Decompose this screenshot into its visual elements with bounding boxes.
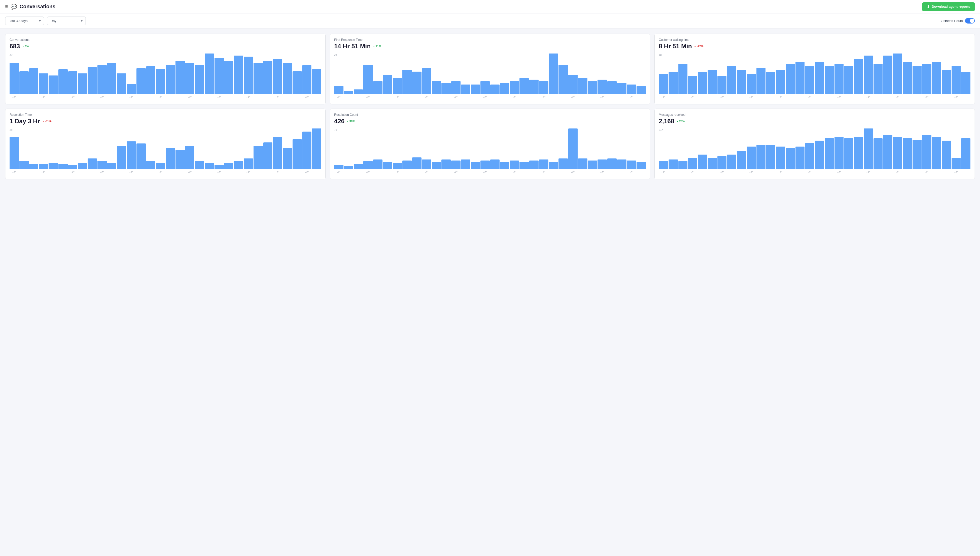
bar-14[interactable] bbox=[471, 84, 480, 94]
bar-20[interactable] bbox=[854, 137, 863, 169]
bar-5[interactable] bbox=[58, 69, 68, 94]
bar-27[interactable] bbox=[273, 137, 282, 169]
bar-4[interactable] bbox=[48, 76, 58, 94]
bar-25[interactable] bbox=[903, 138, 912, 169]
bar-7[interactable] bbox=[402, 70, 412, 94]
bar-11[interactable] bbox=[441, 160, 451, 169]
bar-8[interactable] bbox=[412, 71, 421, 94]
bar-6[interactable] bbox=[717, 76, 727, 94]
bar-22[interactable] bbox=[873, 64, 883, 95]
bar-23[interactable] bbox=[559, 65, 568, 94]
bar-8[interactable] bbox=[87, 67, 97, 94]
bar-22[interactable] bbox=[873, 138, 883, 169]
bar-30[interactable] bbox=[952, 66, 961, 94]
bar-27[interactable] bbox=[922, 64, 932, 95]
bar-21[interactable] bbox=[539, 160, 548, 169]
bar-20[interactable] bbox=[529, 160, 539, 169]
bar-22[interactable] bbox=[549, 53, 558, 94]
bar-14[interactable] bbox=[146, 66, 156, 94]
bar-25[interactable] bbox=[253, 146, 263, 169]
bar-16[interactable] bbox=[815, 62, 824, 94]
bar-0[interactable] bbox=[334, 165, 344, 169]
bar-28[interactable] bbox=[607, 81, 617, 94]
bar-17[interactable] bbox=[176, 61, 185, 94]
bar-29[interactable] bbox=[942, 70, 951, 94]
bar-5[interactable] bbox=[707, 70, 717, 94]
bar-17[interactable] bbox=[176, 150, 185, 169]
grouping-select[interactable]: Day Hour Week Month bbox=[47, 16, 86, 25]
bar-6[interactable] bbox=[393, 163, 402, 169]
bar-20[interactable] bbox=[529, 79, 539, 94]
bar-1[interactable] bbox=[19, 71, 29, 94]
bar-7[interactable] bbox=[78, 163, 87, 169]
bar-7[interactable] bbox=[727, 66, 736, 94]
bar-10[interactable] bbox=[756, 145, 766, 169]
bar-21[interactable] bbox=[215, 165, 224, 169]
bar-1[interactable] bbox=[19, 161, 29, 169]
bar-2[interactable] bbox=[29, 68, 39, 94]
bar-16[interactable] bbox=[490, 160, 500, 169]
bar-26[interactable] bbox=[263, 142, 273, 169]
bar-5[interactable] bbox=[58, 164, 68, 169]
bar-25[interactable] bbox=[253, 63, 263, 94]
bar-21[interactable] bbox=[215, 58, 224, 94]
bar-13[interactable] bbox=[136, 144, 146, 169]
bar-9[interactable] bbox=[747, 147, 756, 169]
bar-3[interactable] bbox=[363, 65, 373, 94]
bar-29[interactable] bbox=[617, 83, 626, 94]
bar-28[interactable] bbox=[607, 158, 617, 169]
bar-6[interactable] bbox=[68, 165, 77, 169]
bar-30[interactable] bbox=[302, 132, 312, 169]
bar-25[interactable] bbox=[903, 62, 912, 94]
bar-30[interactable] bbox=[627, 160, 636, 169]
bar-16[interactable] bbox=[490, 84, 500, 94]
bar-15[interactable] bbox=[480, 81, 490, 94]
business-hours-toggle[interactable] bbox=[965, 18, 975, 24]
bar-19[interactable] bbox=[844, 66, 853, 94]
bar-17[interactable] bbox=[500, 83, 509, 94]
bar-2[interactable] bbox=[354, 164, 363, 169]
bar-0[interactable] bbox=[659, 161, 668, 169]
bar-6[interactable] bbox=[68, 71, 77, 94]
bar-4[interactable] bbox=[698, 155, 707, 169]
bar-0[interactable] bbox=[334, 86, 344, 94]
bar-30[interactable] bbox=[627, 84, 636, 94]
bar-29[interactable] bbox=[942, 141, 951, 169]
bar-24[interactable] bbox=[244, 57, 253, 94]
bar-31[interactable] bbox=[312, 69, 321, 94]
bar-11[interactable] bbox=[766, 145, 775, 169]
bar-12[interactable] bbox=[451, 160, 460, 169]
bar-6[interactable] bbox=[393, 78, 402, 94]
bar-16[interactable] bbox=[166, 148, 175, 169]
bar-23[interactable] bbox=[234, 161, 243, 169]
bar-26[interactable] bbox=[912, 66, 922, 94]
bar-9[interactable] bbox=[747, 74, 756, 94]
bar-18[interactable] bbox=[185, 146, 195, 169]
bar-22[interactable] bbox=[549, 162, 558, 169]
bar-15[interactable] bbox=[805, 143, 814, 169]
bar-25[interactable] bbox=[578, 158, 588, 169]
bar-20[interactable] bbox=[205, 163, 214, 169]
bar-2[interactable] bbox=[678, 64, 688, 95]
bar-9[interactable] bbox=[422, 68, 431, 94]
bar-31[interactable] bbox=[312, 128, 321, 169]
bar-19[interactable] bbox=[520, 162, 529, 169]
bar-28[interactable] bbox=[932, 62, 941, 94]
bar-5[interactable] bbox=[383, 162, 392, 169]
bar-31[interactable] bbox=[961, 72, 970, 94]
bar-12[interactable] bbox=[776, 70, 785, 94]
bar-12[interactable] bbox=[451, 81, 460, 94]
bar-13[interactable] bbox=[786, 148, 795, 169]
bar-19[interactable] bbox=[520, 78, 529, 94]
bar-23[interactable] bbox=[234, 56, 243, 94]
bar-20[interactable] bbox=[854, 59, 863, 94]
bar-29[interactable] bbox=[617, 160, 626, 169]
bar-21[interactable] bbox=[864, 128, 873, 169]
bar-7[interactable] bbox=[727, 155, 736, 169]
bar-15[interactable] bbox=[480, 160, 490, 169]
bar-22[interactable] bbox=[224, 61, 234, 94]
bar-27[interactable] bbox=[273, 59, 282, 94]
bar-3[interactable] bbox=[39, 73, 48, 94]
bar-0[interactable] bbox=[10, 63, 19, 94]
bar-17[interactable] bbox=[825, 138, 834, 169]
